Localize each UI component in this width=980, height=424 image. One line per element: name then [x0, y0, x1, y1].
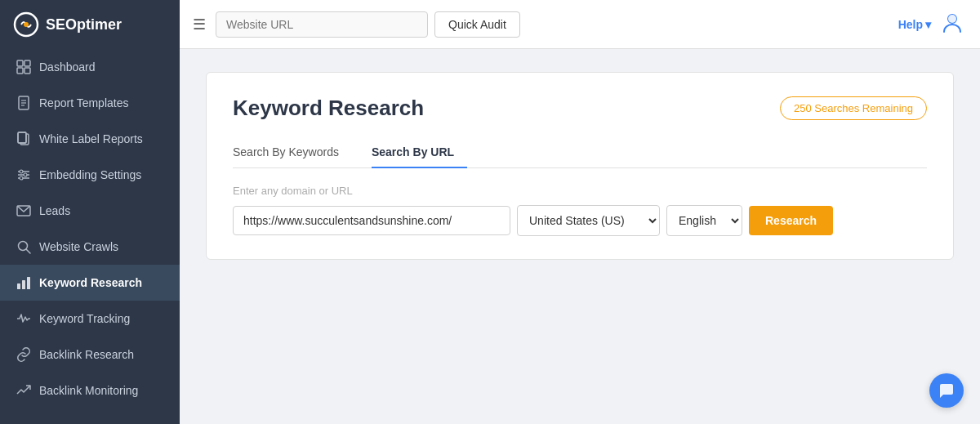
svg-rect-13	[18, 132, 26, 143]
hamburger-button[interactable]: ☰	[189, 12, 209, 37]
svg-rect-24	[17, 283, 20, 289]
svg-point-18	[20, 170, 23, 173]
sidebar-item-backlink-monitoring[interactable]: Backlink Monitoring	[0, 373, 180, 408]
content-card: Keyword Research 250 Searches Remaining …	[206, 72, 954, 260]
logo-icon	[13, 11, 39, 38]
sidebar-item-website-crawls[interactable]: Website Crawls	[0, 229, 180, 265]
search-section: Enter any domain or URL United States (U…	[233, 185, 927, 236]
country-select[interactable]: United States (US)United Kingdom (UK)Can…	[517, 205, 660, 236]
svg-rect-4	[17, 60, 23, 66]
svg-rect-26	[27, 277, 30, 289]
svg-rect-25	[22, 280, 25, 289]
sliders-icon	[16, 167, 31, 182]
search-label: Enter any domain or URL	[233, 185, 927, 197]
grid-icon	[16, 60, 31, 74]
sidebar-item-leads[interactable]: Leads	[0, 193, 180, 229]
chat-icon	[938, 382, 955, 399]
topbar-right: Help ▾	[898, 11, 970, 38]
searches-remaining-badge: 250 Searches Remaining	[780, 96, 927, 120]
search-icon	[16, 239, 31, 254]
svg-rect-6	[17, 68, 23, 74]
tab-search-by-keywords[interactable]: Search By Keywords	[233, 137, 352, 168]
tab-search-by-url[interactable]: Search By URL	[372, 137, 467, 168]
help-button[interactable]: Help ▾	[898, 18, 931, 31]
logo-area: SEOptimer	[0, 0, 180, 49]
svg-point-19	[24, 173, 27, 176]
sidebar-item-keyword-tracking[interactable]: Keyword Tracking	[0, 301, 180, 337]
sidebar-item-white-label-reports[interactable]: White Label Reports	[0, 121, 180, 157]
main-content: Keyword Research 250 Searches Remaining …	[180, 49, 980, 424]
topbar: ☰ Quick Audit Help ▾	[180, 0, 980, 49]
link-icon	[16, 347, 31, 362]
trending-up-icon	[16, 383, 31, 398]
user-icon-button[interactable]	[941, 11, 964, 38]
mail-icon	[16, 203, 31, 218]
svg-point-3	[948, 15, 956, 23]
sidebar: Dashboard Report Templates White Label R…	[0, 49, 180, 424]
activity-icon	[16, 311, 31, 326]
page-title: Keyword Research	[233, 96, 424, 121]
bar-chart-icon	[16, 275, 31, 290]
svg-line-23	[26, 249, 30, 253]
copy-icon	[16, 132, 31, 146]
svg-point-20	[20, 176, 23, 180]
sidebar-item-report-templates[interactable]: Report Templates	[0, 85, 180, 121]
sidebar-item-embedding-settings[interactable]: Embedding Settings	[0, 157, 180, 193]
search-row: United States (US)United Kingdom (UK)Can…	[233, 205, 927, 236]
user-avatar-icon	[941, 11, 964, 33]
sidebar-item-keyword-research[interactable]: Keyword Research	[0, 265, 180, 301]
logo: SEOptimer	[13, 11, 122, 38]
svg-rect-7	[24, 68, 30, 74]
language-select[interactable]: EnglishSpanishFrenchGerman	[666, 205, 742, 236]
sidebar-item-dashboard[interactable]: Dashboard	[0, 49, 180, 85]
research-button[interactable]: Research	[749, 206, 833, 235]
tabs-container: Search By Keywords Search By URL	[233, 137, 927, 168]
domain-input[interactable]	[233, 206, 510, 235]
page-header: Keyword Research 250 Searches Remaining	[233, 96, 927, 121]
file-text-icon	[16, 96, 31, 110]
website-url-input[interactable]	[216, 11, 428, 38]
svg-rect-5	[24, 60, 30, 66]
chat-fab-button[interactable]	[929, 373, 964, 408]
svg-point-1	[24, 22, 29, 27]
quick-audit-button[interactable]: Quick Audit	[434, 11, 520, 38]
sidebar-item-backlink-research[interactable]: Backlink Research	[0, 337, 180, 373]
